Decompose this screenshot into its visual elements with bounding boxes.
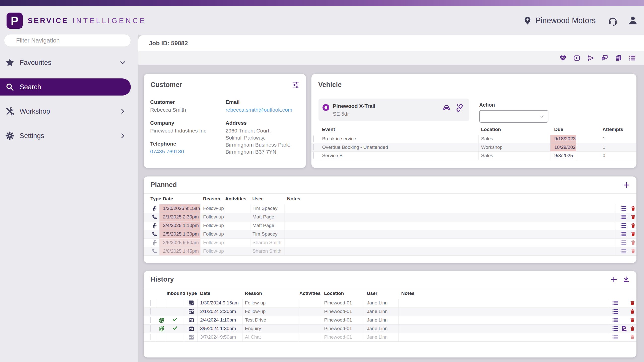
history-date: 1/30/2024 9:15am [200, 300, 239, 305]
gear-icon [5, 131, 14, 140]
filter-navigation-input[interactable] [4, 34, 131, 47]
sidebar-item-label: Favourites [20, 59, 51, 67]
trash-icon[interactable] [630, 326, 635, 331]
sidebar-item-search[interactable]: Search [0, 78, 131, 96]
history-row: 1/30/2024 9:15am Follow-up Pinewood-01 J… [144, 299, 636, 307]
event-checkbox[interactable] [313, 135, 314, 142]
field-label: Telephone [150, 141, 226, 147]
account-button[interactable] [628, 16, 638, 26]
row-details-icon[interactable] [620, 239, 627, 246]
event-attempts: 1 [576, 135, 636, 143]
row-details-icon[interactable] [620, 248, 627, 254]
plus-icon [611, 276, 617, 283]
history-checkbox[interactable] [150, 308, 151, 314]
customer-filter-button[interactable] [292, 81, 299, 88]
send-icon[interactable] [587, 55, 594, 62]
trash-icon[interactable] [630, 231, 636, 237]
field-label: Email [226, 99, 301, 105]
history-card: History Inbound Type Date Reason [144, 271, 636, 357]
event-checkbox[interactable] [313, 152, 314, 159]
address-field: Address 2960 Trident Court, Solihull Par… [226, 120, 301, 155]
row-details-icon[interactable] [612, 300, 619, 306]
row-details-icon[interactable] [612, 308, 619, 315]
history-user: Jane Linn [364, 307, 398, 316]
trash-icon[interactable] [630, 300, 635, 306]
chat-icon[interactable] [601, 55, 608, 62]
planned-row: 2/6/2025 9:50am Follow-up Sharon Smith [144, 238, 636, 247]
history-checkbox[interactable] [150, 325, 151, 332]
video-icon[interactable] [573, 55, 580, 62]
email-link[interactable]: rebecca.smith@outlook.com [226, 107, 292, 113]
history-header-user: User [364, 288, 398, 299]
row-details-icon[interactable] [612, 325, 619, 332]
event-checkbox[interactable] [313, 144, 314, 150]
walk-in-icon [151, 205, 159, 212]
heart-pulse-icon[interactable] [559, 55, 567, 62]
planned-date: 2/5/2025 1:30pm [163, 231, 199, 237]
trash-icon[interactable] [630, 206, 636, 211]
walk-in-icon [151, 240, 159, 246]
row-details-icon[interactable] [612, 334, 619, 340]
trash-icon[interactable] [630, 334, 635, 340]
trash-icon[interactable] [630, 317, 635, 323]
history-reason: Test Drive [243, 316, 299, 324]
sidebar: Favourites Search Workshop Settings [0, 35, 138, 362]
sidebar-item-favourites[interactable]: Favourites [0, 54, 138, 71]
history-checkbox[interactable] [150, 300, 151, 306]
planned-notes [285, 230, 616, 238]
planned-user: Matt Page [251, 213, 285, 221]
unlink-icon[interactable] [455, 104, 464, 112]
history-row: 3/7/2024 9:50am AI Chat Pinewood-01 Jane… [144, 333, 636, 341]
job-content: Customer Customer Rebecca Smith Company … [138, 65, 644, 362]
planned-notes [285, 213, 616, 221]
telephone-link[interactable]: 07435 769180 [150, 149, 184, 154]
history-add-button[interactable] [611, 276, 617, 283]
history-header-activities: Activities [299, 288, 321, 299]
event-location: Sales [478, 135, 550, 143]
document-search-icon[interactable] [621, 325, 627, 332]
app-logo[interactable] [7, 13, 23, 29]
sidebar-item-workshop[interactable]: Workshop [0, 103, 138, 120]
events-header-location: Location [478, 124, 550, 135]
car-icon[interactable] [442, 104, 451, 112]
planned-row: 2/5/2025 1:30pm Follow-up Tim Spacey [144, 230, 636, 238]
history-row: 2/4/2024 1:10pm Test Drive Pinewood-01 J… [144, 316, 636, 324]
trash-icon[interactable] [630, 248, 636, 254]
planned-row: 2/4/2025 1:10pm Follow-up Matt Page [144, 221, 636, 230]
trash-icon[interactable] [630, 309, 635, 314]
planned-activities [224, 221, 251, 230]
history-checkbox[interactable] [150, 334, 151, 340]
history-header-reason: Reason [243, 288, 299, 299]
history-activities [299, 299, 321, 307]
dealer-selector[interactable]: Pinewood Motors [523, 16, 596, 25]
walk-in-icon [151, 222, 159, 229]
trash-icon[interactable] [630, 214, 636, 220]
job-toolbar [138, 51, 644, 65]
row-details-icon[interactable] [620, 222, 627, 229]
planned-row: 1/30/2025 9:15am Follow-up Tim Spacey [144, 204, 636, 213]
row-details-icon[interactable] [620, 231, 627, 237]
trash-icon[interactable] [630, 240, 636, 245]
action-select[interactable] [479, 110, 548, 123]
target-icon [158, 317, 165, 323]
trash-icon[interactable] [630, 223, 636, 228]
brand-primary: SERVICE [28, 17, 68, 25]
documents-icon[interactable] [615, 55, 622, 62]
main-area: Job ID: 59082 Customer Cust [138, 35, 644, 362]
history-download-button[interactable] [623, 276, 630, 283]
row-details-icon[interactable] [620, 205, 627, 212]
list-icon[interactable] [629, 55, 636, 62]
event-location: Sales [478, 151, 550, 160]
sidebar-item-settings[interactable]: Settings [0, 127, 138, 144]
history-header-notes: Notes [398, 288, 609, 299]
row-details-icon[interactable] [612, 317, 619, 323]
vehicle-radio[interactable] [323, 104, 329, 111]
planned-add-button[interactable] [623, 182, 630, 188]
letter-icon [188, 334, 197, 340]
logo-p-icon [9, 15, 20, 26]
top-gradient-bar [0, 0, 644, 6]
planned-activities [224, 204, 251, 213]
support-button[interactable] [608, 16, 618, 26]
history-checkbox[interactable] [150, 317, 151, 323]
row-details-icon[interactable] [620, 214, 627, 220]
